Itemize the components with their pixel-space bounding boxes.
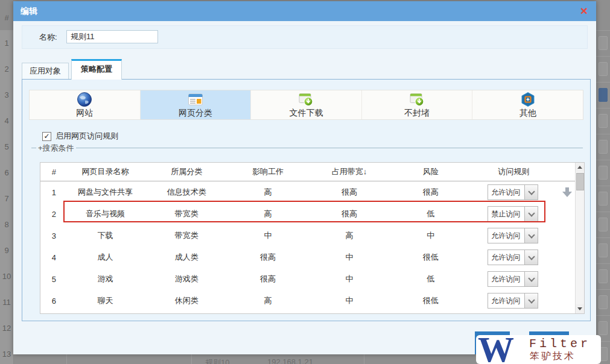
col-header-rule[interactable]: 访问规则	[468, 166, 559, 177]
chevron-down-icon[interactable]	[524, 207, 538, 221]
enable-rule-label: 启用网页访问规则	[56, 131, 118, 142]
tab-policy-config[interactable]: 策略配置	[71, 59, 122, 80]
chevron-down-icon[interactable]	[524, 293, 538, 308]
col-header-impact[interactable]: 影响工作	[230, 166, 306, 177]
access-rule-select[interactable]: 允许访问	[488, 271, 538, 287]
table-row: 5 游戏 游戏类 很高 中 低 允许访问	[40, 268, 576, 290]
access-rule-value: 允许访问	[488, 185, 524, 199]
cell-category: 游戏类	[143, 274, 230, 284]
cell-impact: 高	[230, 187, 306, 198]
col-header-bandwidth[interactable]: 占用带宽↓	[306, 166, 393, 177]
cell-name: 成人	[68, 252, 143, 263]
table-row: 1 网盘与文件共享 信息技术类 高 很高 很高 允许访问	[40, 181, 576, 203]
move-down-icon[interactable]	[562, 187, 572, 197]
dialog-tabs: 应用对象 策略配置	[22, 59, 122, 80]
background-ghost-button	[599, 192, 608, 206]
col-header-name[interactable]: 网页目录名称	[68, 166, 143, 177]
access-rule-value: 允许访问	[488, 272, 524, 286]
table-row: 6 聊天 休闲类 高 中 很低 允许访问	[40, 290, 576, 312]
table-header-row: # 网页目录名称 所属分类 影响工作 占用带宽↓ 风险 访问规则	[40, 163, 576, 181]
cell-name: 网盘与文件共享	[68, 187, 143, 198]
cell-impact: 高	[230, 209, 306, 219]
cell-risk: 很高	[393, 187, 468, 198]
name-label: 名称:	[39, 26, 57, 48]
table-row: 3 下载 带宽类 中 高 中 允许访问	[40, 225, 576, 246]
policy-config-panel: 网站 网页分类	[22, 79, 591, 321]
col-header-risk[interactable]: 风险	[393, 166, 468, 177]
cell-risk: 很低	[393, 252, 468, 263]
cell-num: 1	[40, 188, 68, 197]
toolbar-item-other[interactable]: 其他	[472, 90, 583, 119]
cell-risk: 中	[393, 230, 468, 241]
chevron-down-icon[interactable]	[524, 185, 538, 199]
background-ghost-button	[599, 269, 608, 283]
cell-num: 5	[40, 275, 68, 284]
access-rule-select[interactable]: 允许访问	[488, 184, 538, 200]
cell-bandwidth: 高	[306, 230, 393, 241]
background-action-column	[596, 0, 610, 364]
background-row-number: 9	[0, 246, 13, 255]
cell-impact: 中	[230, 230, 306, 241]
cell-num: 4	[40, 253, 68, 262]
scroll-down-icon[interactable]	[576, 304, 584, 313]
cell-category: 带宽类	[143, 230, 230, 241]
enable-rule-row: ✓ 启用网页访问规则	[42, 131, 118, 142]
wfilter-watermark: W Filter 笨驴技术	[476, 335, 601, 364]
close-icon[interactable]: ×	[580, 4, 588, 18]
watermark-brand: Filter	[529, 337, 591, 351]
background-row-number: 10	[0, 272, 13, 281]
toolbar-item-label: 网站	[76, 108, 93, 119]
toolbar-item-file-download[interactable]: 文件下载	[251, 90, 362, 119]
background-ghost-button	[599, 62, 608, 76]
access-rule-value: 禁止访问	[488, 207, 524, 221]
access-rule-value: 允许访问	[488, 250, 524, 265]
cell-category: 休闲类	[143, 295, 230, 306]
toolbar-item-website[interactable]: 网站	[30, 90, 141, 119]
background-row-number-column: #12345678910111213	[0, 0, 14, 364]
background-ghost-button	[599, 218, 608, 231]
background-ghost-button	[599, 114, 608, 128]
background-row-number: 6	[0, 168, 13, 177]
col-header-num: #	[40, 168, 68, 177]
toolbar-item-no-block[interactable]: 不封堵	[362, 90, 473, 119]
cell-num: 6	[40, 297, 68, 306]
cell-category: 信息技术类	[143, 187, 230, 198]
background-row-number: 11	[0, 298, 13, 307]
col-header-category[interactable]: 所属分类	[143, 166, 230, 177]
table-scrollbar[interactable]	[575, 163, 584, 313]
access-rule-select[interactable]: 允许访问	[488, 228, 538, 243]
cell-impact: 很高	[230, 274, 306, 284]
enable-rule-checkbox[interactable]: ✓	[42, 132, 51, 141]
background-ghost-button	[599, 295, 608, 309]
globe-icon	[77, 92, 92, 107]
background-ghost-button	[599, 36, 608, 50]
cell-risk: 低	[393, 209, 468, 219]
access-rule-select[interactable]: 允许访问	[488, 249, 538, 265]
cell-bandwidth: 中	[306, 252, 393, 263]
search-condition-legend[interactable]: +搜索条件	[36, 143, 76, 154]
dim-text-fragment: 规则10	[205, 357, 229, 364]
webpage-category-icon	[188, 92, 203, 107]
scrollbar-thumb[interactable]	[576, 173, 584, 190]
cell-num: 3	[40, 231, 68, 240]
cell-impact: 高	[230, 295, 306, 306]
access-rule-select[interactable]: 禁止访问	[488, 206, 538, 222]
chevron-down-icon[interactable]	[524, 250, 538, 265]
cell-num: 2	[40, 210, 68, 219]
background-row-number: 2	[0, 64, 13, 74]
tab-application-object[interactable]: 应用对象	[22, 63, 69, 80]
chevron-down-icon[interactable]	[524, 228, 538, 243]
access-rule-select[interactable]: 允许访问	[488, 293, 538, 309]
toolbar-item-label: 文件下载	[289, 108, 323, 119]
toolbar-item-label: 不封堵	[404, 108, 430, 119]
scroll-up-icon[interactable]	[576, 163, 584, 172]
cell-bandwidth: 很高	[306, 209, 393, 219]
toolbar-item-webpage-category[interactable]: 网页分类	[141, 90, 252, 119]
name-input[interactable]	[66, 30, 158, 43]
cell-impact: 很高	[230, 252, 306, 263]
chevron-down-icon[interactable]	[524, 272, 538, 286]
cell-risk: 很低	[393, 295, 468, 306]
background-row-number: 7	[0, 194, 13, 203]
dim-text-fragment: 192.168.1.21	[267, 357, 313, 364]
background-ghost-button	[599, 166, 608, 180]
